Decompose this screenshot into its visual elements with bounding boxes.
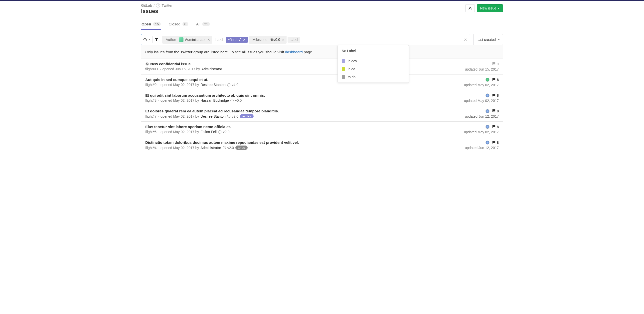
comments-count[interactable]: 8	[492, 93, 499, 98]
issue-ref: flight#9	[145, 83, 156, 87]
issue-author[interactable]: Desiree Stanton	[200, 114, 226, 118]
issue-label-pill[interactable]: in dev	[240, 114, 254, 118]
breadcrumb-root[interactable]: GitLab	[141, 3, 152, 7]
issue-author[interactable]: Fallon Feil	[200, 130, 217, 134]
issue-updated: updated Jun 12, 2017	[465, 114, 499, 118]
breadcrumb-group[interactable]: Twitter	[162, 3, 172, 7]
issue-row[interactable]: Et qui odit sint laborum accusantium arc…	[141, 90, 503, 106]
issue-row[interactable]: Distinctio totam doloribus ducimus autem…	[141, 137, 503, 153]
assignee-avatar[interactable]	[486, 78, 490, 82]
assignee-avatar[interactable]	[486, 141, 490, 145]
filter-label-value: ~"in dev"	[228, 38, 242, 42]
tab-open[interactable]: Open 15	[141, 19, 161, 30]
filter-token-milestone[interactable]: Milestone %v0.0 ✕	[249, 36, 286, 44]
issue-milestone[interactable]: v2.0	[232, 114, 238, 118]
rss-button[interactable]	[465, 4, 475, 12]
banner-mid: group are listed here. To see all issues…	[192, 50, 285, 54]
issue-author[interactable]: Administrator	[202, 67, 222, 71]
banner-prefix: Only issues from the	[145, 50, 180, 54]
label-swatch-icon	[342, 59, 345, 63]
chevron-down-icon	[498, 39, 500, 40]
milestone-icon	[230, 99, 234, 102]
issue-title[interactable]: Eius tenetur sint labore aperiam nemo of…	[145, 125, 231, 129]
help-icon: ?	[156, 3, 160, 7]
assignee-avatar[interactable]	[486, 125, 490, 129]
issue-title[interactable]: Et dolores quaerat rem ea autem placeat …	[145, 109, 279, 113]
milestone-icon	[227, 83, 230, 86]
new-issue-button[interactable]: New issue	[477, 4, 503, 12]
filter-history-button[interactable]	[141, 36, 153, 43]
page-title: Issues	[141, 8, 173, 14]
comments-number: 8	[497, 125, 499, 129]
filter-icon-button[interactable]	[153, 36, 160, 43]
issue-ref: flight#7	[145, 114, 156, 118]
issue-title[interactable]: Distinctio totam doloribus ducimus autem…	[145, 140, 299, 145]
issue-milestone[interactable]: v2.0	[223, 130, 230, 134]
banner-suffix: page.	[303, 50, 313, 54]
filter-label-key: Label	[213, 37, 225, 43]
issue-title-text: Et dolores quaerat rem ea autem placeat …	[145, 109, 279, 113]
banner-dashboard-link[interactable]: dashboard	[285, 50, 303, 54]
issue-author[interactable]: Hassan Buckridge	[200, 98, 229, 102]
issue-title-text: Distinctio totam doloribus ducimus autem…	[145, 140, 299, 145]
dropdown-no-label-text: No Label	[342, 49, 356, 53]
filter-bar[interactable]: Author Administrator ✕ Label ~"in dev" ✕…	[141, 34, 470, 45]
dropdown-item-no-label[interactable]: No Label	[338, 47, 408, 55]
comments-count[interactable]: 8	[492, 78, 499, 82]
filter-token-label[interactable]: ~"in dev" ✕	[226, 37, 248, 43]
issue-updated: updated May 02, 2017	[464, 99, 499, 103]
sort-dropdown[interactable]: Last created	[473, 34, 503, 45]
dropdown-item-text: in dev	[348, 59, 357, 63]
issue-meta: flight#11 · opened Jun 15, 2017 by Admin…	[145, 67, 222, 71]
comments-number: 0	[497, 62, 499, 66]
dropdown-item-label[interactable]: in qa	[338, 65, 408, 73]
issue-ref: flight#4	[145, 146, 156, 150]
dropdown-item-label[interactable]: in dev	[338, 57, 408, 65]
issue-row[interactable]: 🛇New confidential issueflight#11 · opene…	[141, 59, 503, 74]
issue-title[interactable]: 🛇New confidential issue	[145, 62, 222, 66]
issue-title-text: Et qui odit sint laborum accusantium arc…	[145, 93, 265, 97]
issue-author[interactable]: Desiree Stanton	[200, 83, 226, 87]
issue-opened: opened May 02, 2017 by	[160, 146, 199, 150]
issue-ref: flight#8	[145, 98, 156, 102]
comments-count[interactable]: 8	[492, 109, 499, 113]
issue-milestone[interactable]: v4.0	[232, 83, 238, 87]
comments-count[interactable]: 0	[492, 62, 499, 66]
issue-row[interactable]: Aut quis in sed cumque sequi et ut.fligh…	[141, 74, 503, 90]
comments-count[interactable]: 8	[492, 125, 499, 129]
tab-all[interactable]: All 21	[196, 19, 210, 30]
chevron-down-icon	[498, 8, 500, 9]
issue-row[interactable]: Eius tenetur sint labore aperiam nemo of…	[141, 121, 503, 137]
close-icon[interactable]: ✕	[207, 38, 210, 42]
clear-filter-button[interactable]: ✕	[461, 37, 470, 42]
issue-updated: updated Jun 12, 2017	[465, 146, 499, 150]
filter-token-label-pending[interactable]: Label	[288, 37, 300, 43]
filter-label-pending: Label	[290, 38, 298, 42]
issue-meta: flight#7 · opened May 02, 2017 by Desire…	[145, 114, 279, 118]
issue-milestone[interactable]: v2.0	[228, 146, 234, 150]
issue-row[interactable]: Et dolores quaerat rem ea autem placeat …	[141, 106, 503, 121]
filter-token-author[interactable]: Author Administrator ✕	[162, 36, 212, 44]
divider	[338, 56, 408, 56]
issue-title-text: Aut quis in sed cumque sequi et ut.	[145, 78, 208, 82]
issue-meta: flight#9 · opened May 02, 2017 by Desire…	[145, 83, 238, 87]
issue-title[interactable]: Et qui odit sint laborum accusantium arc…	[145, 93, 265, 97]
issue-updated: updated May 02, 2017	[464, 130, 499, 134]
dropdown-item-text: in qa	[348, 67, 355, 71]
close-icon[interactable]: ✕	[243, 38, 246, 42]
assignee-avatar[interactable]	[486, 109, 490, 113]
issue-milestone[interactable]: v0.0	[235, 98, 242, 102]
tab-closed[interactable]: Closed 6	[168, 19, 189, 30]
issue-opened: opened Jun 15, 2017 by	[162, 67, 200, 71]
dropdown-item-label[interactable]: to do	[338, 73, 408, 81]
comments-count[interactable]: 8	[492, 140, 499, 145]
rss-icon	[468, 6, 472, 10]
assignee-avatar[interactable]	[486, 93, 490, 97]
close-icon[interactable]: ✕	[282, 38, 284, 42]
new-issue-label: New issue	[480, 6, 496, 10]
issue-title[interactable]: Aut quis in sed cumque sequi et ut.	[145, 78, 238, 82]
issue-author[interactable]: Administrator	[200, 146, 221, 150]
issue-opened: opened May 02, 2017 by	[160, 130, 199, 134]
issue-label-pill[interactable]: to do	[236, 146, 248, 150]
comment-icon	[492, 62, 496, 66]
